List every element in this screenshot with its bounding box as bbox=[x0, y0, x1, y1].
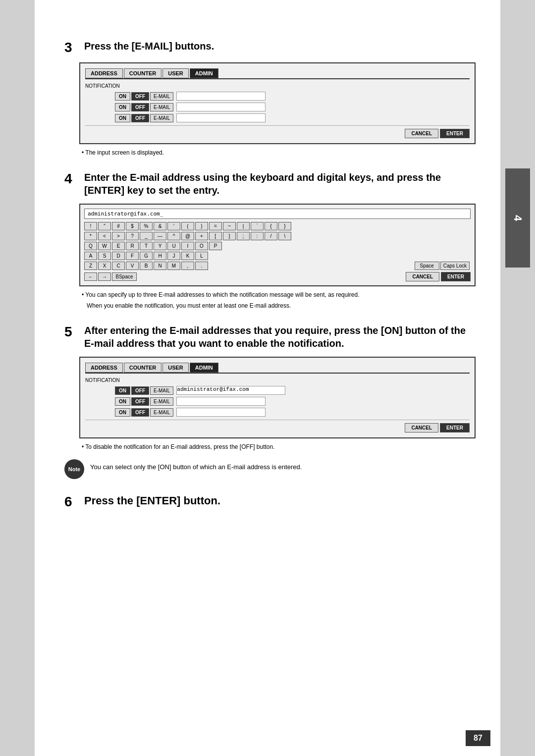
key-y[interactable]: Y bbox=[154, 242, 166, 250]
ui3-row2-off[interactable]: OFF bbox=[131, 397, 149, 406]
key-g[interactable]: G bbox=[140, 252, 153, 260]
ui1-row3-email[interactable]: E-MAIL bbox=[150, 114, 173, 122]
key-space[interactable]: Space bbox=[415, 262, 439, 270]
key-r[interactable]: R bbox=[126, 242, 139, 250]
key-pipe[interactable]: | bbox=[237, 222, 250, 230]
key-lbracket[interactable]: [ bbox=[209, 232, 222, 240]
key-exclaim[interactable]: ! bbox=[84, 222, 97, 230]
key-amp[interactable]: & bbox=[154, 222, 166, 230]
key-semicolon[interactable]: ; bbox=[237, 232, 250, 240]
key-i[interactable]: I bbox=[181, 242, 194, 250]
key-f[interactable]: F bbox=[126, 252, 139, 260]
key-underscore[interactable]: _ bbox=[140, 232, 153, 240]
key-at[interactable]: @ bbox=[181, 232, 194, 240]
ui1-row1-off[interactable]: OFF bbox=[131, 92, 149, 101]
key-rbrace[interactable]: } bbox=[278, 222, 291, 230]
key-b[interactable]: B bbox=[140, 262, 153, 270]
ui1-row3-off[interactable]: OFF bbox=[131, 114, 149, 122]
key-right-arrow[interactable]: → bbox=[98, 272, 111, 281]
kb-cancel-button[interactable]: CANCEL bbox=[406, 272, 439, 281]
ui3-row2-email[interactable]: E-MAIL bbox=[150, 397, 173, 406]
key-dollar[interactable]: $ bbox=[126, 222, 139, 230]
key-left-arrow[interactable]: ← bbox=[84, 272, 97, 281]
ui1-enter-button[interactable]: ENTER bbox=[440, 129, 470, 138]
ui1-tab-user[interactable]: USER bbox=[162, 68, 189, 78]
key-lparen[interactable]: ( bbox=[181, 222, 194, 230]
ui1-row1-email[interactable]: E-MAIL bbox=[150, 92, 173, 101]
ui1-row2-on[interactable]: ON bbox=[115, 103, 130, 111]
key-lbrace[interactable]: { bbox=[265, 222, 277, 230]
key-percent[interactable]: % bbox=[140, 222, 153, 230]
ui3-row3-email[interactable]: E-MAIL bbox=[150, 408, 173, 417]
ui1-tab-admin[interactable]: ADMIN bbox=[190, 68, 218, 78]
key-o[interactable]: O bbox=[195, 242, 208, 250]
key-comma[interactable]: , bbox=[181, 262, 194, 270]
ui-screenshot-3: ADDRESS COUNTER USER ADMIN NOTIFICATION … bbox=[79, 357, 476, 438]
ui3-cancel-button[interactable]: CANCEL bbox=[405, 423, 438, 432]
ui3-tab-address[interactable]: ADDRESS bbox=[85, 363, 123, 373]
key-j[interactable]: J bbox=[167, 252, 180, 260]
key-w[interactable]: W bbox=[98, 242, 111, 250]
ui1-row2-email[interactable]: E-MAIL bbox=[150, 103, 173, 111]
ui3-row1-on[interactable]: ON bbox=[115, 386, 130, 395]
key-s[interactable]: S bbox=[98, 252, 111, 260]
key-tilde[interactable]: ~ bbox=[223, 222, 236, 230]
ui3-row3-value bbox=[176, 408, 266, 417]
ui1-row3-on[interactable]: ON bbox=[115, 114, 130, 122]
key-n[interactable]: N bbox=[154, 262, 166, 270]
ui3-row3-on[interactable]: ON bbox=[115, 408, 130, 417]
key-dash[interactable]: — bbox=[154, 232, 166, 240]
key-slash[interactable]: / bbox=[265, 232, 277, 240]
key-v[interactable]: V bbox=[126, 262, 139, 270]
ui1-tab-address[interactable]: ADDRESS bbox=[85, 68, 123, 78]
key-m[interactable]: M bbox=[167, 262, 180, 270]
key-quote[interactable]: " bbox=[98, 222, 111, 230]
ui1-row1-on[interactable]: ON bbox=[115, 92, 130, 101]
key-star[interactable]: * bbox=[84, 232, 97, 240]
key-gt[interactable]: > bbox=[112, 232, 125, 240]
ui1-row2-off[interactable]: OFF bbox=[131, 103, 149, 111]
key-a[interactable]: A bbox=[84, 252, 97, 260]
ui3-row1-off[interactable]: OFF bbox=[131, 386, 149, 395]
key-equals[interactable]: = bbox=[209, 222, 222, 230]
ui3-row3-off[interactable]: OFF bbox=[131, 408, 149, 417]
ui3-tab-counter[interactable]: COUNTER bbox=[124, 363, 161, 373]
ui1-tab-counter[interactable]: COUNTER bbox=[124, 68, 161, 78]
key-l[interactable]: L bbox=[195, 252, 208, 260]
key-u[interactable]: U bbox=[167, 242, 180, 250]
key-d[interactable]: D bbox=[112, 252, 125, 260]
ui3-enter-button[interactable]: ENTER bbox=[440, 423, 470, 432]
ui3-row2-on[interactable]: ON bbox=[115, 397, 130, 406]
key-backslash[interactable]: \ bbox=[278, 232, 291, 240]
ui1-row2-value bbox=[176, 103, 266, 111]
key-k[interactable]: K bbox=[181, 252, 194, 260]
key-hash[interactable]: # bbox=[112, 222, 125, 230]
key-t[interactable]: T bbox=[140, 242, 153, 250]
key-bspace[interactable]: BSpace bbox=[112, 272, 137, 281]
kb-input-bar[interactable]: administrator@ifax.com_ bbox=[84, 209, 471, 219]
key-period[interactable]: . bbox=[195, 262, 208, 270]
key-caret[interactable]: ^ bbox=[167, 232, 180, 240]
key-capslock[interactable]: Caps Lock bbox=[440, 262, 470, 270]
key-colon[interactable]: : bbox=[251, 232, 264, 240]
kb-enter-button[interactable]: ENTER bbox=[441, 272, 471, 281]
key-question[interactable]: ? bbox=[126, 232, 139, 240]
key-lt[interactable]: < bbox=[98, 232, 111, 240]
key-z[interactable]: Z bbox=[84, 262, 97, 270]
key-c[interactable]: C bbox=[112, 262, 125, 270]
key-apos[interactable]: ' bbox=[167, 222, 180, 230]
side-tab: 4 bbox=[505, 168, 530, 268]
ui3-tab-admin[interactable]: ADMIN bbox=[190, 363, 218, 373]
key-plus[interactable]: + bbox=[195, 232, 208, 240]
ui3-tab-user[interactable]: USER bbox=[162, 363, 189, 373]
key-h[interactable]: H bbox=[154, 252, 166, 260]
key-e[interactable]: E bbox=[112, 242, 125, 250]
key-p[interactable]: P bbox=[209, 242, 222, 250]
key-q[interactable]: Q bbox=[84, 242, 97, 250]
key-rbracket[interactable]: ] bbox=[223, 232, 236, 240]
ui1-cancel-button[interactable]: CANCEL bbox=[405, 129, 438, 138]
key-rparen[interactable]: ) bbox=[195, 222, 208, 230]
key-x[interactable]: X bbox=[98, 262, 111, 270]
key-backtick[interactable]: ` bbox=[251, 222, 264, 230]
ui3-row1-email[interactable]: E-MAIL bbox=[150, 386, 173, 395]
